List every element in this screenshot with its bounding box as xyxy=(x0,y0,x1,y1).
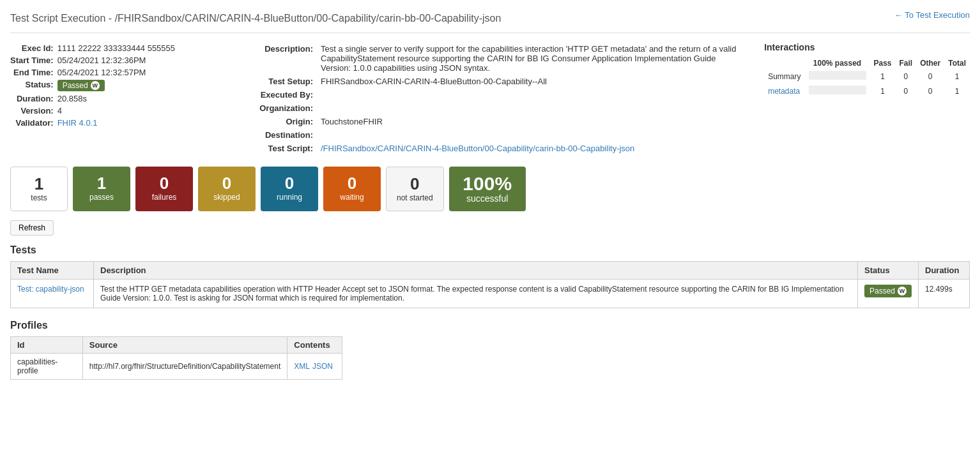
json-link[interactable]: JSON xyxy=(312,362,333,371)
stat-passes: 1 passes xyxy=(73,167,130,211)
interactions-col-total: Total xyxy=(944,57,970,69)
stat-not-started: 0 not started xyxy=(386,167,444,211)
test-name-link[interactable]: Test: capability-json xyxy=(17,285,84,294)
validator-link[interactable]: FHIR 4.0.1 xyxy=(57,118,98,128)
status-label: Status: xyxy=(10,78,57,93)
origin-value: TouchstoneFHIR xyxy=(317,115,745,128)
tests-col-status: Status xyxy=(857,262,918,280)
interactions-table: 100% passed Pass Fail Other Total Summar… xyxy=(764,57,970,98)
table-row: Test: capability-jsonTest the HTTP GET m… xyxy=(11,280,970,308)
page-header: Test Script Execution - /FHIRSandbox/CAR… xyxy=(10,10,970,33)
not-started-num: 0 xyxy=(397,175,433,193)
status-text: Passed xyxy=(63,81,88,90)
destination-value xyxy=(317,128,745,142)
interactions-row: metadata1001 xyxy=(764,84,970,98)
test-status-cell: Passed W xyxy=(857,280,918,308)
interactions-title: Interactions xyxy=(764,42,970,52)
test-setup-value: FHIRSandbox-CARIN-CARIN-4-BlueButton-00-… xyxy=(317,75,745,88)
meta-right: Interactions 100% passed Pass Fail Other… xyxy=(764,42,970,155)
badge-w: W xyxy=(898,287,907,295)
interactions-row-other: 0 xyxy=(916,84,944,98)
waiting-num: 0 xyxy=(333,174,371,193)
profiles-col-source: Source xyxy=(82,337,287,354)
interactions-row-fail: 0 xyxy=(896,84,917,98)
meta-center: Description: Test a single server to ver… xyxy=(234,42,745,155)
end-time-value: 05/24/2021 12:32:57PM xyxy=(57,66,179,78)
destination-label: Destination: xyxy=(234,128,317,142)
test-script-label: Test Script: xyxy=(234,142,317,155)
stat-running: 0 running xyxy=(261,167,318,211)
interactions-row-total: 1 xyxy=(944,69,970,84)
stats-row: 1 tests 1 passes 0 failures 0 skipped 0 … xyxy=(10,167,970,211)
page-title: Test Script Execution - /FHIRSandbox/CAR… xyxy=(10,10,501,25)
interactions-col-other: Other xyxy=(916,57,944,69)
interactions-row-total: 1 xyxy=(944,84,970,98)
tests-num: 1 xyxy=(21,175,57,193)
status-badge: Passed W xyxy=(57,80,105,91)
start-time-value: 05/24/2021 12:32:36PM xyxy=(57,54,179,66)
running-num: 0 xyxy=(271,174,308,193)
executed-by-value xyxy=(317,88,745,101)
passes-label: passes xyxy=(83,193,120,202)
interactions-row-pass: 1 xyxy=(870,69,896,84)
meta-left: Exec Id: 1111 22222 333333444 555555 Sta… xyxy=(10,42,215,155)
status-badge: Passed W xyxy=(864,285,912,297)
profiles-col-id: Id xyxy=(11,337,83,354)
interactions-col-passed: 100% passed xyxy=(805,57,870,69)
version-label: Version: xyxy=(10,105,57,117)
meta-section: Exec Id: 1111 22222 333333444 555555 Sta… xyxy=(10,42,970,155)
xml-link[interactable]: XML xyxy=(294,362,310,371)
refresh-button[interactable]: Refresh xyxy=(10,220,54,236)
status-cell: Passed W xyxy=(57,78,179,93)
executed-by-label: Executed By: xyxy=(234,88,317,101)
success-pct: 100% xyxy=(459,174,516,193)
origin-label: Origin: xyxy=(234,115,317,128)
validator-value: FHIR 4.0.1 xyxy=(57,117,179,129)
profiles-section-title: Profiles xyxy=(10,320,970,331)
tests-col-desc: Description xyxy=(94,262,858,280)
validator-label: Validator: xyxy=(10,117,57,129)
tests-section-title: Tests xyxy=(10,244,970,256)
skipped-num: 0 xyxy=(208,174,245,193)
interactions-row-other: 0 xyxy=(916,69,944,84)
test-script-value: /FHIRSandbox/CARIN/CARIN-4-BlueButton/00… xyxy=(317,142,745,155)
interactions-row: Summary1001 xyxy=(764,69,970,84)
failures-num: 0 xyxy=(146,174,183,193)
badge-w: W xyxy=(91,81,100,90)
exec-id-label: Exec Id: xyxy=(10,42,57,54)
interactions-row-pass: 1 xyxy=(870,84,896,98)
skipped-label: skipped xyxy=(208,193,245,202)
duration-label: Duration: xyxy=(10,93,57,105)
stat-tests: 1 tests xyxy=(10,167,68,211)
organization-value xyxy=(317,101,745,115)
test-desc-cell: Test the HTTP GET metadata capabilities … xyxy=(94,280,858,308)
interactions-row-label: Summary xyxy=(764,69,804,84)
tests-label: tests xyxy=(21,193,57,202)
success-label: successful xyxy=(459,193,516,204)
tests-col-name: Test Name xyxy=(11,262,94,280)
interactions-row-fail: 0 xyxy=(896,69,917,84)
failures-label: failures xyxy=(146,193,183,202)
profiles-col-contents: Contents xyxy=(287,337,342,354)
tests-col-duration: Duration xyxy=(919,262,970,280)
interactions-row-link[interactable]: metadata xyxy=(768,87,800,96)
profile-source-cell: http://hl7.org/fhir/StructureDefinition/… xyxy=(82,354,287,380)
profiles-table: Id Source Contents capabilities-profileh… xyxy=(10,336,342,380)
interactions-row-label[interactable]: metadata xyxy=(764,84,804,98)
exec-id-value: 1111 22222 333333444 555555 xyxy=(57,42,179,54)
not-started-label: not started xyxy=(397,193,433,202)
test-duration-cell: 12.499s xyxy=(919,280,970,308)
title-main: Test Script Execution xyxy=(10,13,105,24)
desc-value: Test a single server to verify support f… xyxy=(317,42,745,75)
test-script-link[interactable]: /FHIRSandbox/CARIN/CARIN-4-BlueButton/00… xyxy=(321,144,634,153)
test-name-cell: Test: capability-json xyxy=(11,280,94,308)
stat-skipped: 0 skipped xyxy=(198,167,256,211)
start-time-label: Start Time: xyxy=(10,54,57,66)
interactions-col-empty xyxy=(764,57,804,69)
passes-num: 1 xyxy=(83,174,120,193)
back-link[interactable]: To Test Execution xyxy=(894,10,970,20)
interactions-progress-cell xyxy=(805,69,870,84)
interactions-progress-cell xyxy=(805,84,870,98)
stat-success: 100% successful xyxy=(449,167,526,211)
interactions-col-pass: Pass xyxy=(870,57,896,69)
